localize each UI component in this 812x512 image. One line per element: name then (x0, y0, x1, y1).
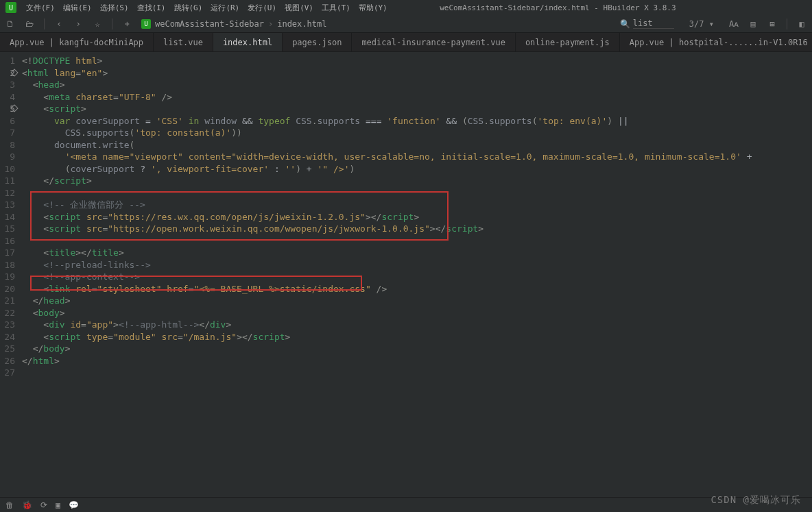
nav-back-icon[interactable]: ‹ (54, 19, 64, 29)
nav-forward-icon[interactable]: › (73, 19, 83, 29)
editor-tab[interactable]: pages.json (283, 33, 352, 51)
menu-tools[interactable]: 工具(T) (318, 1, 355, 14)
line-gutter: 1234567891011121314151617181920212223242… (0, 52, 22, 497)
code-content[interactable]: <!DOCTYPE html><html lang="en"> <head> <… (22, 52, 812, 497)
preview-icon[interactable]: ▤ (748, 19, 758, 29)
chat-icon[interactable]: 💬 (69, 500, 79, 510)
editor-tab[interactable]: App.vue | hostpital-......in-V1.0R16 (620, 33, 812, 51)
menu-view[interactable]: 视图(V) (280, 1, 318, 14)
editor-tab[interactable]: list.vue (154, 33, 213, 51)
search-icon[interactable]: 🔍 (621, 19, 630, 29)
cursor-position: 3/7 ▾ (684, 19, 719, 29)
menu-select[interactable]: 选择(S) (96, 1, 133, 14)
menu-find[interactable]: 查找(I) (133, 1, 170, 14)
breadcrumb: U weComAssistant-Sidebar › index.html (141, 19, 326, 29)
editor-tab[interactable]: index.html (213, 33, 283, 51)
menu-goto[interactable]: 跳转(G) (170, 1, 207, 14)
code-editor[interactable]: 1234567891011121314151617181920212223242… (0, 52, 812, 497)
menu-bar: U 文件(F) 编辑(E) 选择(S) 查找(I) 跳转(G) 运行(R) 发行… (0, 0, 812, 15)
app-logo-icon: U (5, 2, 16, 13)
toolbar: 🗋 🗁 ‹ › ☆ ⌖ U weComAssistant-Sidebar › i… (0, 15, 812, 33)
browser-preview-icon[interactable]: ⊞ (767, 19, 777, 29)
design-view-icon[interactable]: ◧ (797, 19, 807, 29)
menu-run[interactable]: 运行(R) (206, 1, 243, 14)
editor-tabs: App.vue | kangfu-docMiniApplist.vueindex… (0, 33, 812, 52)
new-file-icon[interactable]: 🗋 (5, 19, 15, 29)
reveal-in-tree-icon[interactable]: ⌖ (122, 19, 132, 29)
open-file-icon[interactable]: 🗁 (25, 19, 34, 29)
chevron-right-icon: › (268, 19, 273, 29)
breadcrumb-file[interactable]: index.html (277, 19, 326, 29)
project-icon: U (141, 19, 151, 29)
watermark-text: CSDN @爱喝冰可乐 (710, 494, 801, 507)
menu-edit[interactable]: 编辑(E) (59, 1, 96, 14)
menu-file[interactable]: 文件(F) (22, 1, 59, 14)
sync-icon[interactable]: ⟳ (40, 500, 47, 510)
window-title: weComAssistant-Sidebar/index.html - HBui… (392, 3, 724, 12)
menu-help[interactable]: 帮助(Y) (355, 1, 392, 14)
editor-tab[interactable]: medical-insurance-payment.vue (352, 33, 516, 51)
editor-tab[interactable]: online-payment.js (516, 33, 620, 51)
breadcrumb-project[interactable]: weComAssistant-Sidebar (155, 19, 264, 29)
status-bar: 🗑 🐞 ⟳ ▣ 💬 (0, 497, 812, 512)
editor-tab[interactable]: App.vue | kangfu-docMiniApp (0, 33, 154, 51)
menu-publish[interactable]: 发行(U) (243, 1, 280, 14)
search-input[interactable]: list (633, 19, 674, 29)
favorite-icon[interactable]: ☆ (93, 19, 102, 29)
debug-icon[interactable]: 🐞 (22, 500, 32, 510)
terminal-icon[interactable]: ▣ (56, 500, 60, 510)
notification-icon[interactable]: 🗑 (5, 500, 14, 510)
font-size-icon[interactable]: Aᴀ (729, 19, 739, 29)
